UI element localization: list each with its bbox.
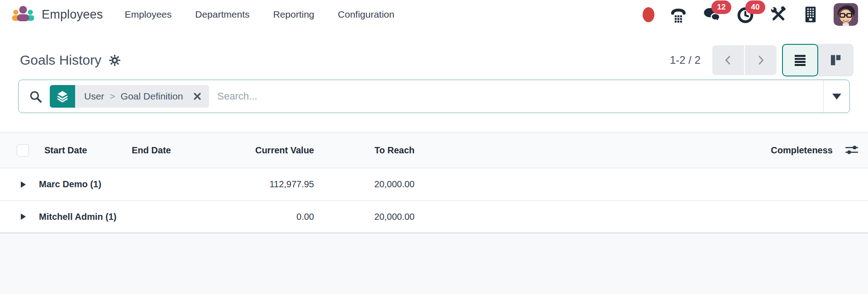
search-icon[interactable] [29,90,43,104]
group-to-reach: 20,000.00 [321,179,422,190]
search-bar: User > Goal Definition [18,80,850,113]
select-all-checkbox[interactable] [17,144,29,156]
list-view-button[interactable] [782,44,818,76]
pager-next-button[interactable] [745,45,777,75]
page-title: Goals History [20,52,101,68]
column-header-start-date[interactable]: Start Date [36,145,125,156]
employees-app-icon [11,5,35,24]
employees-app-page: Employees Employees Departments Reportin… [0,0,868,294]
pager-counter: 1-2 / 2 [670,54,701,66]
view-switcher [782,44,854,76]
goals-list-view: Start Date End Date Current Value To Rea… [0,132,868,233]
tools-icon[interactable] [769,6,787,23]
group-name: Mitchell Admin (1) [36,212,195,222]
column-header-current-value[interactable]: Current Value [195,145,321,156]
groupby-facet[interactable]: User > Goal Definition [50,85,209,108]
table-header-row: Start Date End Date Current Value To Rea… [0,132,868,168]
column-header-completeness[interactable]: Completeness [422,145,835,156]
search-options-toggle[interactable] [823,80,849,113]
list-view-icon [793,53,807,67]
messages-badge: 12 [711,0,731,14]
pager-prev-button[interactable] [712,45,744,75]
systray: 12 40 [643,3,858,26]
chevron-down-icon [832,94,841,100]
facet-value-goal-definition: Goal Definition [121,91,183,102]
status-dot-icon[interactable] [643,7,654,22]
app-name: Employees [42,8,103,22]
column-header-to-reach[interactable]: To Reach [321,145,422,156]
menu-employees[interactable]: Employees [124,9,172,20]
group-name: Marc Demo (1) [36,179,195,190]
activities-clock-icon[interactable]: 40 [736,5,754,24]
messages-icon[interactable]: 12 [702,5,721,24]
content-background [0,233,868,294]
menu-reporting[interactable]: Reporting [273,9,314,20]
company-building-icon[interactable] [802,5,819,24]
menu-departments[interactable]: Departments [195,9,249,20]
layers-groupby-icon [50,85,75,108]
column-header-end-date[interactable]: End Date [125,145,195,156]
group-row-marc-demo[interactable]: Marc Demo (1) 112,977.95 20,000.00 [0,168,868,201]
user-avatar[interactable] [834,3,858,26]
chevron-right-icon [754,54,767,66]
group-to-reach: 20,000.00 [321,212,422,222]
group-current-value: 112,977.95 [195,179,321,190]
kanban-view-icon [829,53,842,67]
chevron-left-icon [722,54,734,66]
optional-columns-icon[interactable] [835,144,868,156]
group-row-mitchell-admin[interactable]: Mitchell Admin (1) 0.00 20,000.00 [0,201,868,233]
app-switcher[interactable]: Employees [11,5,103,24]
facet-remove-icon[interactable] [193,92,202,101]
kanban-view-button[interactable] [817,44,854,76]
facet-separator: > [110,91,115,102]
menu-configuration[interactable]: Configuration [338,9,395,20]
top-navbar: Employees Employees Departments Reportin… [0,0,868,29]
gear-icon[interactable] [109,54,121,66]
phone-icon[interactable] [669,6,687,23]
main-menu: Employees Departments Reporting Configur… [124,9,394,20]
facet-value-user: User [84,91,104,102]
control-panel: Goals History [0,29,868,80]
group-current-value: 0.00 [195,212,321,222]
activities-badge: 40 [745,0,765,14]
group-expand-caret-icon[interactable] [21,213,26,220]
search-input[interactable] [209,80,823,113]
group-expand-caret-icon[interactable] [21,181,26,188]
